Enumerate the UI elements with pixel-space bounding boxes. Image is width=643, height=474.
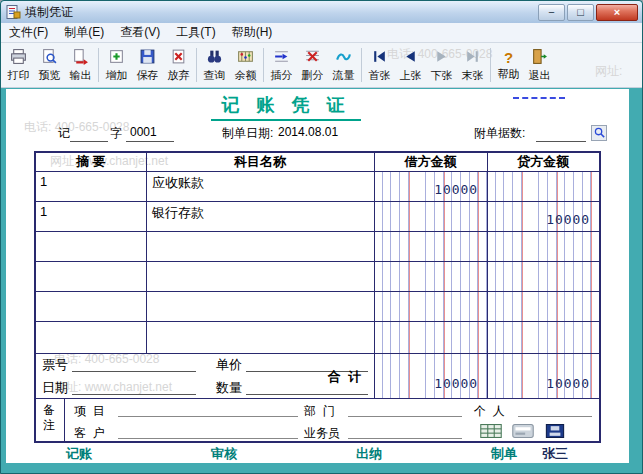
minimize-button[interactable]: − xyxy=(538,4,565,21)
query-button[interactable]: 查询 xyxy=(199,44,230,86)
debit-cell[interactable] xyxy=(374,231,487,261)
voucher-number[interactable]: 0001 xyxy=(130,125,157,139)
personal-label: 个 人 xyxy=(474,403,505,420)
fill-line xyxy=(246,394,368,395)
save-button[interactable]: 保存 xyxy=(132,44,163,86)
department-label: 部 门 xyxy=(304,403,335,420)
next-voucher-button[interactable]: 下张 xyxy=(426,44,457,86)
close-button[interactable]: × xyxy=(596,4,638,21)
memo-calc-icon[interactable] xyxy=(480,424,502,438)
voucher-table: 摘 要 科目名称 借方金额 贷方金额 1 应收账款 xyxy=(34,151,601,443)
debit-cell[interactable]: 10000 xyxy=(374,171,487,201)
toolbar-label: 插分 xyxy=(271,68,293,83)
grid-line xyxy=(36,398,599,399)
delete-icon xyxy=(304,48,321,67)
window: 填制凭证 − □ × 文件(F) 制单(E) 查看(V) 工具(T) 帮助(H)… xyxy=(0,0,643,474)
toolbar-separator xyxy=(196,48,197,82)
fill-line xyxy=(118,416,298,417)
previous-icon xyxy=(402,48,419,67)
print-button[interactable]: 打印 xyxy=(3,44,34,86)
debit-cell[interactable] xyxy=(374,201,487,231)
first-voucher-button[interactable]: 首张 xyxy=(364,44,395,86)
debit-cell[interactable] xyxy=(374,291,487,321)
fill-line xyxy=(72,394,196,395)
credit-cell[interactable] xyxy=(487,171,599,201)
insert-entry-button[interactable]: 插分 xyxy=(266,44,297,86)
header-credit: 贷方金额 xyxy=(487,153,599,171)
credit-cell[interactable] xyxy=(487,261,599,291)
preview-button[interactable]: 预览 xyxy=(34,44,65,86)
toolbar-label: 帮助 xyxy=(498,67,520,82)
window-title: 填制凭证 xyxy=(25,4,538,21)
account-cell[interactable]: 应收账款 xyxy=(152,174,370,192)
cashflow-button[interactable]: 流量 xyxy=(328,44,359,86)
credit-cell[interactable] xyxy=(487,291,599,321)
maximize-button[interactable]: □ xyxy=(567,4,594,21)
fill-line xyxy=(348,416,462,417)
exit-button[interactable]: 退出 xyxy=(524,44,555,86)
toolbar-label: 查询 xyxy=(204,68,226,83)
credit-cell[interactable] xyxy=(487,323,599,353)
voucher-word-suffix: 字 xyxy=(110,125,122,142)
project-label: 项 目 xyxy=(74,403,105,420)
fill-line xyxy=(118,438,298,439)
credit-cell[interactable]: 10000 xyxy=(487,201,599,231)
toolbar-label: 末张 xyxy=(462,68,484,83)
discard-button[interactable]: 放弃 xyxy=(163,44,194,86)
toolbar-label: 放弃 xyxy=(168,68,190,83)
grid-line xyxy=(146,153,147,353)
last-icon xyxy=(464,48,481,67)
summary-cell[interactable]: 1 xyxy=(40,174,142,189)
next-icon xyxy=(433,48,450,67)
help-icon: ? xyxy=(504,49,513,66)
preview-icon xyxy=(41,48,58,67)
total-debit: 10000 xyxy=(374,367,487,395)
memo-label: 备注 xyxy=(43,403,58,433)
number-underline xyxy=(126,141,174,142)
account-cell[interactable]: 银行存款 xyxy=(152,204,370,222)
toolbar-separator xyxy=(263,48,264,82)
watermark-site: 网址: xyxy=(595,63,622,80)
toolbar-label: 输出 xyxy=(70,68,92,83)
credit-cell[interactable] xyxy=(487,231,599,261)
attachments-label: 附单据数: xyxy=(474,125,525,142)
printer-icon xyxy=(10,48,27,67)
toolbar-label: 保存 xyxy=(137,68,159,83)
menu-tools[interactable]: 工具(T) xyxy=(168,23,223,42)
menubar: 文件(F) 制单(E) 查看(V) 工具(T) 帮助(H) xyxy=(1,23,642,43)
balance-button[interactable]: 余额 xyxy=(230,44,261,86)
attachments-zoom-button[interactable] xyxy=(591,125,607,141)
abacus-icon xyxy=(237,48,254,67)
menu-voucher[interactable]: 制单(E) xyxy=(56,23,112,42)
summary-cell[interactable]: 1 xyxy=(40,204,142,219)
toolbar-separator xyxy=(490,48,491,82)
add-button[interactable]: 增加 xyxy=(101,44,132,86)
delete-entry-button[interactable]: 删分 xyxy=(297,44,328,86)
toolbar-label: 打印 xyxy=(8,68,30,83)
toolbar-separator xyxy=(361,48,362,82)
insert-icon xyxy=(273,48,290,67)
debit-cell[interactable] xyxy=(374,261,487,291)
ticket-label: 票号 xyxy=(42,356,68,374)
prev-voucher-button[interactable]: 上张 xyxy=(395,44,426,86)
help-button[interactable]: ? 帮助 xyxy=(493,44,524,86)
attachments-underline xyxy=(536,141,586,142)
titlebar[interactable]: 填制凭证 − □ × xyxy=(1,1,642,23)
date-row-label: 日期 xyxy=(42,379,68,397)
debit-cell[interactable] xyxy=(374,323,487,353)
header-account: 科目名称 xyxy=(146,153,374,171)
menu-help[interactable]: 帮助(H) xyxy=(224,23,281,42)
menu-view[interactable]: 查看(V) xyxy=(112,23,168,42)
memo-keyboard-icon[interactable] xyxy=(512,424,534,438)
last-voucher-button[interactable]: 末张 xyxy=(457,44,488,86)
toolbar-label: 下张 xyxy=(431,68,453,83)
add-icon xyxy=(108,48,125,67)
toolbar-label: 上张 xyxy=(400,68,422,83)
date-label: 制单日期: xyxy=(222,125,273,142)
grid-line xyxy=(36,321,599,322)
menu-file[interactable]: 文件(F) xyxy=(1,23,56,42)
voucher-title: 记 账 凭 证 xyxy=(211,93,360,121)
export-button[interactable]: 输出 xyxy=(65,44,96,86)
date-value[interactable]: 2014.08.01 xyxy=(278,125,338,139)
memo-disk-icon[interactable] xyxy=(544,424,566,438)
